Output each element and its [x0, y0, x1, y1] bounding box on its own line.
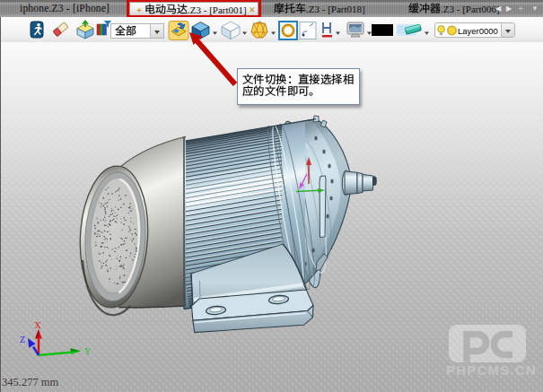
svg-text:Y: Y	[84, 346, 91, 356]
svg-text:X: X	[35, 320, 42, 330]
svg-text:PHPCMS.CN: PHPCMS.CN	[446, 362, 537, 378]
svg-text:Z: Z	[20, 335, 25, 344]
